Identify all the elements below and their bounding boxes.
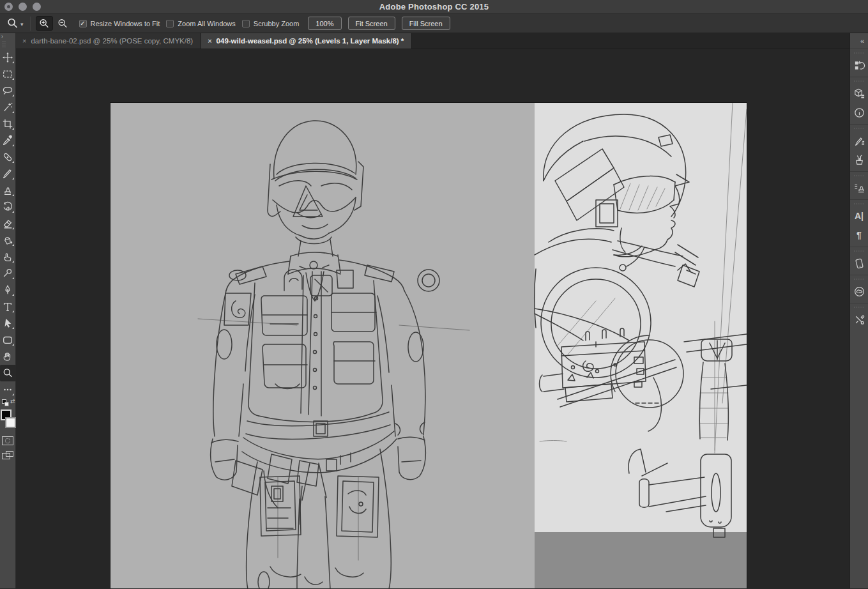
dock-gripper[interactable] [854,173,865,178]
title-bar: Adobe Photoshop CC 2015 [0,0,868,14]
panel-materials-3d[interactable] [850,84,868,103]
tools-panel-header[interactable]: › [0,33,15,49]
zoom-all-windows-label: Zoom All Windows [178,20,235,27]
tab-label: darth-bane-02.psd @ 25% (POSE copy, CMYK… [31,37,193,45]
panel-clone-source[interactable] [850,178,868,197]
background-color-swatch[interactable] [5,417,16,428]
zoom-all-windows-option[interactable]: Zoom All Windows [166,20,235,27]
tool-paint-bucket[interactable] [0,232,16,249]
options-separator [30,17,31,31]
panel-brushes[interactable] [850,150,868,169]
dock-gripper[interactable] [854,126,865,130]
color-reset-swap[interactable]: ⇄ [0,398,16,408]
panel-dock: « A| ¶ [849,33,868,588]
zoom-100-button[interactable]: 100% [308,17,341,30]
dock-gripper[interactable] [854,50,865,55]
zoom-all-windows-checkbox[interactable] [166,20,174,27]
tool-crop[interactable] [0,116,16,132]
resize-windows-checkbox[interactable]: ✓ [79,20,87,27]
check-icon: ✓ [80,20,85,27]
soldier-sketch-artwork [110,103,747,588]
quick-mask-mode-icon[interactable] [2,436,13,445]
dock-gripper[interactable] [854,249,865,253]
screen-mode-icon[interactable] [2,451,13,460]
tool-type[interactable] [0,298,16,315]
document-tab-bar: × darth-bane-02.psd @ 25% (POSE copy, CM… [16,33,849,49]
tools-panel: › ⇄ [0,33,16,588]
tab-darth-bane[interactable]: × darth-bane-02.psd @ 25% (POSE copy, CM… [16,33,201,49]
window-title: Adobe Photoshop CC 2015 [0,2,868,11]
scrubby-zoom-checkbox[interactable] [242,20,250,27]
tool-marquee[interactable] [0,66,16,82]
panel-brush-settings[interactable] [850,131,868,150]
tool-brush[interactable] [0,165,16,182]
panel-tool-presets[interactable] [850,310,868,329]
panel-device-preview[interactable] [850,254,868,273]
close-icon[interactable]: × [208,37,211,45]
tool-eyedropper[interactable] [0,132,16,149]
tool-hand[interactable] [0,348,16,365]
expand-panels-icon[interactable]: « [860,37,868,45]
panel-history[interactable] [850,56,868,75]
zoom-in-button[interactable] [36,16,53,31]
tool-history-brush[interactable] [0,199,16,215]
document-canvas[interactable] [110,103,747,588]
close-icon[interactable]: × [22,37,26,45]
minimize-window-icon[interactable] [19,3,27,11]
tool-zoom[interactable] [0,365,16,381]
tool-clone-stamp[interactable] [0,182,16,199]
panel-character[interactable]: A| [850,206,868,226]
canvas-pasteboard[interactable] [16,49,849,588]
resize-windows-to-fit-option[interactable]: ✓ Resize Windows to Fit [79,20,160,27]
tool-more-ellipsis[interactable] [0,381,16,398]
tool-options-bar: ▾ ✓ Resize Windows to Fit Zoom All Windo… [0,14,868,33]
fit-screen-button[interactable]: Fit Screen [348,17,395,30]
tool-dodge[interactable] [0,265,16,282]
scrubby-zoom-option[interactable]: Scrubby Zoom [242,20,300,27]
tool-pen[interactable] [0,282,16,298]
panel-info[interactable] [850,103,868,122]
fill-screen-button[interactable]: Fill Screen [402,17,450,30]
tool-shape[interactable] [0,332,16,348]
tab-label: 049-wild-weasel.psd @ 25% (Levels 1, Lay… [217,37,404,45]
dock-header[interactable]: « [850,33,868,49]
active-tool-badge[interactable]: ▾ [0,17,30,29]
dock-gripper[interactable] [854,305,865,309]
swap-colors-icon[interactable]: ⇄ [10,398,15,404]
tool-path-selection[interactable] [0,315,16,332]
tool-eraser[interactable] [0,215,16,232]
tool-lasso[interactable] [0,82,16,99]
zoom-tool-icon [6,17,19,29]
dock-gripper[interactable] [854,79,865,83]
close-window-icon[interactable] [4,3,13,11]
tab-wild-weasel[interactable]: × 049-wild-weasel.psd @ 25% (Levels 1, L… [201,33,412,49]
zoom-window-icon[interactable] [33,3,41,11]
zoom-out-button[interactable] [54,16,72,31]
tool-smudge[interactable] [0,249,16,265]
window-controls[interactable] [4,3,41,11]
resize-windows-label: Resize Windows to Fit [91,20,160,27]
dock-gripper[interactable] [854,277,865,281]
color-swatches[interactable] [0,409,16,432]
paragraph-panel-icon: ¶ [857,230,862,240]
character-panel-icon: A| [855,211,864,221]
collapse-panel-icon[interactable]: › [0,33,3,40]
panel-cc-libraries[interactable] [850,282,868,301]
tool-quick-selection[interactable] [0,99,16,116]
panel-gripper[interactable] [2,41,6,49]
dock-gripper[interactable] [854,201,865,206]
tool-healing-brush[interactable] [0,149,16,165]
panel-paragraph[interactable]: ¶ [850,226,868,245]
scrubby-zoom-label: Scrubby Zoom [254,20,300,27]
tool-move[interactable] [0,49,16,66]
chevron-down-icon[interactable]: ▾ [20,21,24,27]
